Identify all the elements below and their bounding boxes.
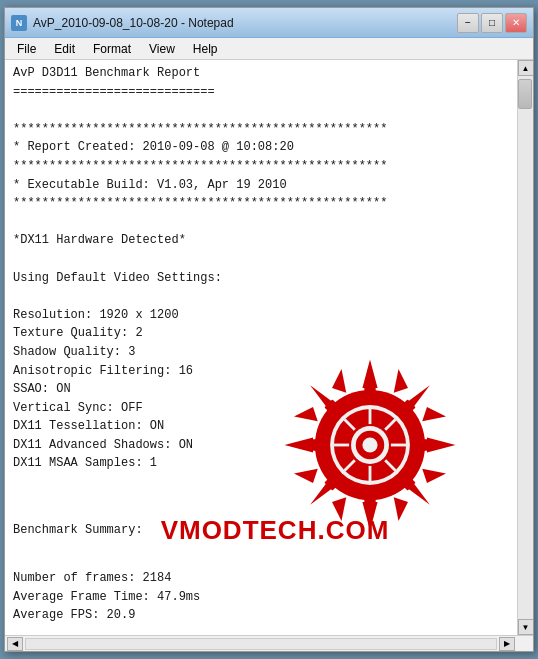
svg-rect-32 bbox=[311, 440, 319, 451]
close-button[interactable]: ✕ bbox=[505, 13, 527, 33]
svg-marker-10 bbox=[294, 469, 318, 483]
line-blank6 bbox=[13, 551, 495, 570]
svg-point-21 bbox=[362, 438, 377, 453]
line-texture: Texture Quality: 2 bbox=[13, 324, 495, 343]
svg-marker-11 bbox=[422, 469, 446, 483]
line-frames: Number of frames: 2184 bbox=[13, 569, 495, 588]
horizontal-scrollbar[interactable]: ◀ ▶ bbox=[5, 635, 533, 651]
line-video: Using Default Video Settings: bbox=[13, 269, 495, 288]
app-icon: N bbox=[11, 15, 27, 31]
svg-marker-8 bbox=[294, 407, 318, 421]
line-blank4 bbox=[13, 287, 495, 306]
menu-file[interactable]: File bbox=[9, 40, 44, 58]
hscroll-track[interactable] bbox=[25, 638, 497, 650]
svg-marker-12 bbox=[332, 369, 346, 393]
svg-marker-0 bbox=[362, 360, 377, 389]
vertical-scrollbar[interactable]: ▲ ▼ bbox=[517, 60, 533, 635]
svg-marker-2 bbox=[285, 438, 314, 453]
menu-bar: File Edit Format View Help bbox=[5, 38, 533, 60]
line-resolution: Resolution: 1920 x 1200 bbox=[13, 306, 495, 325]
line-stars3: ****************************************… bbox=[13, 194, 495, 213]
menu-format[interactable]: Format bbox=[85, 40, 139, 58]
svg-marker-15 bbox=[394, 498, 408, 522]
content-area: AvP D3D11 Benchmark Report =============… bbox=[5, 60, 533, 651]
line-2: ============================ bbox=[13, 83, 495, 102]
svg-rect-31 bbox=[364, 497, 375, 505]
scroll-up-button[interactable]: ▲ bbox=[518, 60, 534, 76]
text-editor[interactable]: AvP D3D11 Benchmark Report =============… bbox=[5, 60, 517, 635]
svg-marker-9 bbox=[422, 407, 446, 421]
line-blank3 bbox=[13, 250, 495, 269]
scroll-left-button[interactable]: ◀ bbox=[7, 637, 23, 651]
line-created: * Report Created: 2010-09-08 @ 10:08:20 bbox=[13, 138, 495, 157]
scroll-thumb[interactable] bbox=[518, 79, 532, 109]
line-fps: Average FPS: 20.9 bbox=[13, 606, 495, 625]
line-stars1: ****************************************… bbox=[13, 120, 495, 139]
line-blank1 bbox=[13, 101, 495, 120]
line-dx11: *DX11 Hardware Detected* bbox=[13, 231, 495, 250]
line-frametime: Average Frame Time: 47.9ms bbox=[13, 588, 495, 607]
logo-container bbox=[275, 350, 465, 540]
menu-view[interactable]: View bbox=[141, 40, 183, 58]
svg-rect-30 bbox=[364, 386, 375, 394]
svg-marker-3 bbox=[427, 438, 456, 453]
menu-edit[interactable]: Edit bbox=[46, 40, 83, 58]
line-blank7 bbox=[13, 625, 495, 635]
line-stars2: ****************************************… bbox=[13, 157, 495, 176]
title-bar: N AvP_2010-09-08_10-08-20 - Notepad − □ … bbox=[5, 8, 533, 38]
svg-rect-33 bbox=[421, 440, 429, 451]
window-controls: − □ ✕ bbox=[457, 13, 527, 33]
window-title: AvP_2010-09-08_10-08-20 - Notepad bbox=[33, 16, 457, 30]
svg-marker-14 bbox=[332, 498, 346, 522]
benchmark-section: Benchmark Summary: VMODTECH.COM bbox=[13, 510, 495, 550]
scroll-right-button[interactable]: ▶ bbox=[499, 637, 515, 651]
svg-marker-13 bbox=[394, 369, 408, 393]
line-1: AvP D3D11 Benchmark Report bbox=[13, 64, 495, 83]
line-exe: * Executable Build: V1.03, Apr 19 2010 bbox=[13, 176, 495, 195]
notepad-window: N AvP_2010-09-08_10-08-20 - Notepad − □ … bbox=[4, 7, 534, 652]
scrollbar-corner bbox=[515, 636, 531, 652]
minimize-button[interactable]: − bbox=[457, 13, 479, 33]
svg-marker-1 bbox=[362, 502, 377, 531]
line-blank2 bbox=[13, 213, 495, 232]
restore-button[interactable]: □ bbox=[481, 13, 503, 33]
scroll-track[interactable] bbox=[518, 76, 533, 619]
menu-help[interactable]: Help bbox=[185, 40, 226, 58]
vmodtech-logo bbox=[275, 350, 465, 540]
scroll-down-button[interactable]: ▼ bbox=[518, 619, 534, 635]
